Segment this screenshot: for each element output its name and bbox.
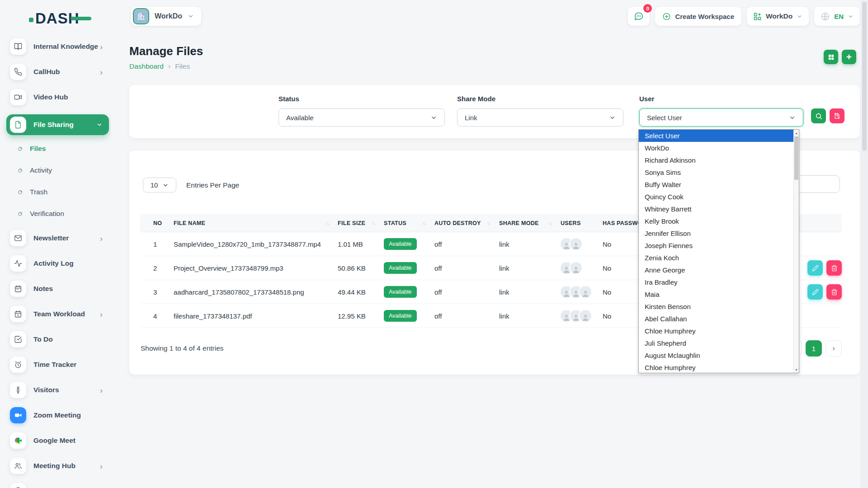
sidebar-item-to-do[interactable]: To Do (6, 331, 109, 347)
user-option[interactable]: Juli Shepherd (639, 337, 793, 349)
workspace-selector[interactable]: WorkDo (131, 7, 201, 26)
page-scrollbar-thumb[interactable] (862, 2, 867, 151)
circle-bullet-icon (17, 168, 23, 174)
user-option[interactable]: Joseph Fiennes (639, 239, 793, 252)
user-option[interactable]: August Mclaughlin (639, 349, 793, 361)
delete-file-button[interactable] (826, 260, 842, 276)
pagination-next-button[interactable]: › (826, 340, 842, 357)
user-option[interactable]: Chloe Humphrey (639, 361, 793, 373)
status-badge: Available (384, 310, 417, 322)
sort-icon[interactable]: ↑↓ (487, 221, 499, 226)
topbar: WorkDo 0 Create Workspace WorkDo EN (111, 0, 861, 33)
add-file-button[interactable]: + (842, 50, 856, 64)
sidebar-item-label: Visitors (33, 386, 59, 394)
sidebar-item-internal-knowledge[interactable]: Internal Knowledge › (6, 38, 109, 55)
logo-dot-icon (29, 18, 33, 22)
scrollbar-thumb[interactable] (794, 136, 798, 180)
file-sharing-submenu: Files Activity Trash Verification (0, 143, 111, 219)
user-option[interactable]: Zenia Koch (639, 252, 793, 264)
sidebar-subitem-verification[interactable]: Verification (18, 208, 111, 219)
column-header-no[interactable]: NO (140, 220, 174, 226)
dash-logo[interactable]: DASH (29, 11, 80, 26)
workspace-name: WorkDo (155, 12, 182, 20)
chevron-down-icon (430, 114, 437, 121)
edit-file-button[interactable] (807, 284, 823, 300)
cell-status: Available (384, 262, 434, 274)
pagination-page-1-button[interactable]: 1 (806, 340, 822, 357)
user-option[interactable]: Richard Atkinson (639, 154, 793, 166)
edit-file-button[interactable] (807, 260, 823, 276)
entries-per-page-select[interactable]: 10 (143, 178, 176, 192)
sidebar-item-label: Google Meet (33, 436, 75, 445)
sort-icon[interactable]: ↑↓ (326, 221, 338, 226)
user-option[interactable]: Select User (639, 130, 793, 142)
user-option[interactable]: Sonya Sims (639, 166, 793, 178)
user-option[interactable]: Chloe Humphrey (639, 325, 793, 337)
sidebar-item-callhub[interactable]: CallHub › (6, 64, 109, 80)
sidebar-subitem-files[interactable]: Files (18, 143, 111, 154)
workspace-switcher[interactable]: WorkDo (747, 7, 809, 26)
language-selector[interactable]: EN (814, 7, 860, 26)
column-header-share-mode[interactable]: SHARE MODE↑↓ (499, 220, 561, 226)
user-option[interactable]: Kirsten Benson (639, 300, 793, 313)
share-mode-select[interactable]: Link (457, 108, 623, 127)
cell-status: Available (384, 310, 434, 322)
sidebar-subitem-label: Trash (30, 188, 47, 196)
file-slash-icon (834, 113, 840, 119)
sidebar-item-label: To Do (33, 335, 53, 343)
sidebar-item-google-meet[interactable]: Google Meet (6, 432, 109, 449)
sidebar-item-activity-log[interactable]: Activity Log (6, 255, 109, 272)
breadcrumb-dashboard-link[interactable]: Dashboard (129, 62, 164, 70)
entries-summary: Showing 1 to 4 of 4 entries (141, 344, 224, 352)
apply-filter-button[interactable] (811, 108, 826, 123)
grid-view-button[interactable] (824, 50, 838, 64)
sidebar-item-visitors[interactable]: Visitors › (6, 382, 109, 398)
sidebar-item-time-tracker[interactable]: Time Tracker (6, 357, 109, 373)
dropdown-scrollbar[interactable]: ▲ ▼ (793, 130, 799, 373)
column-header-auto-destroy[interactable]: AUTO DESTROY↑↓ (434, 220, 499, 226)
status-label: Status (278, 95, 445, 103)
entries-per-page-label: Entries Per Page (186, 181, 239, 189)
column-header-file-name[interactable]: FILE NAME↑↓ (174, 220, 338, 226)
sidebar-item-label: Activity Log (33, 259, 74, 267)
user-option[interactable]: WorkDo (639, 142, 793, 154)
page-scrollbar[interactable] (861, 0, 868, 488)
sidebar-subitem-trash[interactable]: Trash (18, 187, 111, 197)
user-option[interactable]: Buffy Walter (639, 178, 793, 191)
user-option[interactable]: Whitney Barrett (639, 203, 793, 215)
sidebar-menu: Internal Knowledge › CallHub › Video Hub… (0, 38, 111, 488)
sidebar-item-team-workload[interactable]: Team Workload › (6, 306, 109, 322)
user-option[interactable]: Jennifer Ellison (639, 227, 793, 239)
sort-icon[interactable]: ↑↓ (372, 221, 384, 226)
sidebar-item-video-hub[interactable]: Video Hub (6, 89, 109, 105)
user-option[interactable]: Abel Callahan (639, 313, 793, 325)
user-option[interactable]: Maia (639, 288, 793, 300)
scroll-up-icon[interactable]: ▲ (794, 130, 799, 136)
user-option[interactable]: Anne George (639, 264, 793, 276)
status-select[interactable]: Available (278, 108, 445, 127)
user-select[interactable]: Select User (639, 108, 803, 127)
cell-share-mode: link (499, 264, 561, 272)
cell-auto-destroy: off (434, 264, 499, 272)
create-workspace-button[interactable]: Create Workspace (655, 7, 741, 26)
clear-filter-button[interactable] (830, 108, 844, 123)
sidebar-item-meeting-hub[interactable]: Meeting Hub › (6, 458, 109, 474)
column-header-users[interactable]: USERS (561, 220, 603, 226)
messages-button[interactable]: 0 (628, 7, 650, 26)
user-option[interactable]: Quincy Cook (639, 191, 793, 203)
sidebar-item-newsletter[interactable]: Newsletter › (6, 230, 109, 246)
sidebar-item-file-sharing[interactable]: File Sharing (6, 114, 109, 135)
sidebar-item-feedback[interactable]: Feedback › (6, 483, 109, 488)
sidebar-subitem-activity[interactable]: Activity (18, 165, 111, 176)
column-header-file-size[interactable]: FILE SIZE↑↓ (338, 220, 384, 226)
user-option[interactable]: Kelly Brook (639, 215, 793, 227)
scroll-down-icon[interactable]: ▼ (794, 366, 799, 373)
sidebar-item-label: Meeting Hub (33, 462, 75, 470)
delete-file-button[interactable] (826, 284, 842, 300)
sidebar-item-zoom-meeting[interactable]: Zoom Meeting (6, 407, 109, 423)
sidebar-item-notes[interactable]: Notes (6, 281, 109, 297)
column-header-status[interactable]: STATUS↑↓ (384, 220, 434, 226)
sort-icon[interactable]: ↑↓ (422, 221, 434, 226)
sort-icon[interactable]: ↑↓ (548, 221, 561, 226)
user-option[interactable]: Ira Bradley (639, 276, 793, 288)
